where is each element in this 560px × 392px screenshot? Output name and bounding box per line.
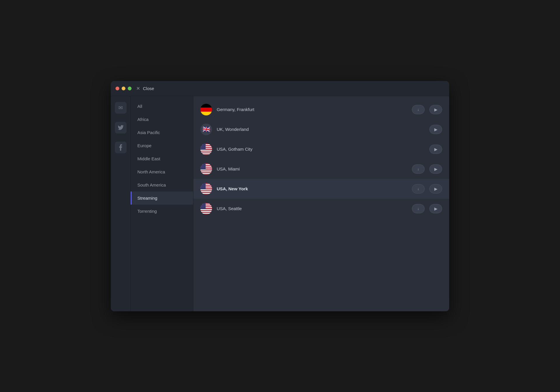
play-icon-usa-newyork: ▶ (434, 187, 438, 191)
download-button-usa-seattle[interactable]: ↓ (412, 204, 425, 213)
nav-item-asia-pacific[interactable]: Asia Pacific (131, 126, 193, 139)
flag-usa-newyork (200, 183, 212, 195)
play-icon-usa-seattle: ▶ (434, 206, 438, 211)
play-button-usa-miami[interactable]: ▶ (429, 164, 442, 174)
main-content: ✉ All Africa Asia Pacific Europe Middle … (111, 96, 449, 311)
download-button-usa-newyork[interactable]: ↓ (412, 184, 425, 194)
flag-usa-miami (200, 163, 212, 175)
nav-item-north-america[interactable]: North America (131, 165, 193, 178)
play-button-usa-newyork[interactable]: ▶ (429, 184, 442, 194)
download-icon-usa-newyork: ↓ (417, 187, 419, 191)
nav-item-europe[interactable]: Europe (131, 139, 193, 152)
twitter-icon[interactable] (115, 122, 127, 133)
nav-item-south-america[interactable]: South America (131, 178, 193, 191)
server-row-usa-newyork[interactable]: USA, New York ↓ ▶ (193, 179, 449, 199)
play-icon-usa-gotham: ▶ (434, 147, 438, 152)
flag-germany (200, 104, 212, 115)
play-icon-uk: ▶ (434, 127, 438, 132)
server-name-germany: Germany, Frankfurt (217, 107, 407, 112)
play-button-usa-gotham[interactable]: ▶ (429, 145, 442, 154)
nav-item-torrenting[interactable]: Torrenting (131, 205, 193, 218)
server-name-usa-seattle: USA, Seattle (217, 206, 407, 211)
email-icon[interactable]: ✉ (115, 102, 127, 114)
server-name-uk: UK, Wonderland (217, 127, 425, 132)
nav-item-all[interactable]: All (131, 100, 193, 113)
maximize-button[interactable] (128, 87, 132, 90)
nav-sidebar: All Africa Asia Pacific Europe Middle Ea… (131, 96, 193, 311)
download-icon-usa-miami: ↓ (417, 167, 419, 171)
play-icon-usa-miami: ▶ (434, 167, 438, 171)
server-row-germany-frankfurt[interactable]: Germany, Frankfurt ↓ ▶ (193, 100, 449, 119)
download-icon-germany: ↓ (417, 107, 419, 112)
download-button-germany[interactable]: ↓ (412, 105, 425, 114)
flag-usa-gotham (200, 143, 212, 155)
nav-item-streaming[interactable]: Streaming (131, 191, 193, 205)
social-sidebar: ✉ (111, 96, 131, 311)
titlebar: ✕ Close (111, 81, 449, 96)
server-name-usa-gotham: USA, Gotham City (217, 147, 425, 152)
flag-uk: 🇬🇧 (200, 124, 212, 135)
server-row-uk-wonderland[interactable]: 🇬🇧 UK, Wonderland ▶ (193, 119, 449, 139)
server-row-usa-gotham[interactable]: USA, Gotham City ▶ (193, 139, 449, 159)
close-icon[interactable]: ✕ (136, 86, 140, 91)
nav-item-middle-east[interactable]: Middle East (131, 152, 193, 165)
server-list: Germany, Frankfurt ↓ ▶ 🇬🇧 UK, Wonderland… (193, 96, 449, 311)
nav-item-africa[interactable]: Africa (131, 113, 193, 126)
close-button[interactable] (116, 87, 119, 90)
download-icon-usa-seattle: ↓ (417, 206, 419, 211)
server-name-usa-newyork: USA, New York (217, 186, 407, 191)
close-label[interactable]: Close (143, 86, 154, 91)
server-row-usa-miami[interactable]: USA, Miami ↓ ▶ (193, 159, 449, 179)
close-section: ✕ Close (136, 86, 154, 91)
server-name-usa-miami: USA, Miami (217, 166, 407, 171)
server-row-usa-seattle[interactable]: USA, Seattle ↓ ▶ (193, 199, 449, 219)
flag-usa-seattle (200, 203, 212, 215)
minimize-button[interactable] (122, 87, 125, 90)
play-button-uk[interactable]: ▶ (429, 125, 442, 134)
facebook-icon[interactable] (115, 142, 127, 153)
play-button-usa-seattle[interactable]: ▶ (429, 204, 442, 213)
app-window: ✕ Close ✉ All Africa Asia Pacific Eur (111, 81, 449, 311)
play-button-germany[interactable]: ▶ (429, 105, 442, 114)
play-icon-germany: ▶ (434, 107, 438, 112)
download-button-usa-miami[interactable]: ↓ (412, 164, 425, 174)
